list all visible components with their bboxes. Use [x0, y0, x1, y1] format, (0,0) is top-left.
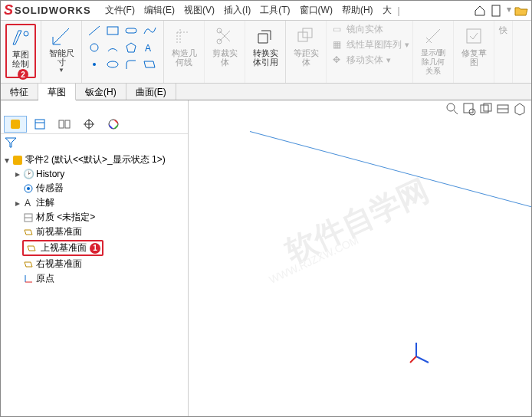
ellipse-icon[interactable]	[105, 57, 120, 71]
slot-icon[interactable]	[123, 24, 139, 38]
plane-edge	[250, 131, 532, 211]
svg-point-1	[24, 31, 28, 36]
svg-line-40	[410, 356, 416, 363]
menu-window[interactable]: 窗口(W)	[295, 2, 337, 18]
home-icon[interactable]	[473, 4, 487, 18]
mirror-icon: ▭	[330, 22, 343, 36]
graphics-area[interactable]: 软件自学网 WWW.RJZXW.COM	[189, 100, 531, 417]
config-tab[interactable]	[53, 116, 76, 133]
origin-label: 原点	[36, 272, 54, 285]
smart-dim-button[interactable]: 智能尺寸 ▼	[46, 24, 77, 75]
badge-1: 1	[90, 243, 100, 254]
tree-history[interactable]: ▸🕑History	[2, 167, 186, 181]
offset-icon	[295, 25, 317, 47]
text-icon[interactable]: A	[142, 41, 157, 54]
offset-button: 等距实体	[291, 24, 321, 68]
open-icon[interactable]	[514, 4, 528, 18]
appearance-tab[interactable]	[102, 116, 125, 133]
annot-label: 注解	[36, 196, 54, 209]
svg-rect-32	[464, 103, 473, 113]
menu-insert[interactable]: 插入(I)	[219, 2, 255, 18]
convert-button[interactable]: 转换实体引用	[250, 24, 281, 68]
ref-geom-label: 构造几何线	[170, 48, 198, 67]
circle-icon[interactable]	[87, 41, 102, 54]
top-label: 上视基准面	[39, 241, 88, 254]
trim-label: 剪裁实体	[211, 48, 238, 67]
plane-icon	[25, 242, 38, 254]
material-icon	[22, 212, 34, 224]
fillet-icon[interactable]	[123, 57, 139, 71]
svg-text:A: A	[145, 43, 151, 54]
material-label: 材质 <未指定>	[36, 211, 95, 224]
point-icon[interactable]	[87, 57, 102, 71]
relations-button: 显示/删除几何关系	[418, 24, 448, 77]
polygon-icon[interactable]	[123, 41, 139, 54]
new-doc-icon[interactable]	[490, 4, 504, 18]
menu-file[interactable]: 文件(F)	[100, 2, 140, 18]
menu-help[interactable]: 帮助(H)	[337, 2, 378, 18]
spline-icon[interactable]	[142, 24, 157, 38]
watermark: 软件自学网	[279, 169, 436, 272]
sensor-label: 传感器	[36, 182, 64, 195]
tab-surface[interactable]: 曲面(E)	[126, 84, 176, 100]
repair-label: 修复草图	[460, 48, 488, 67]
pattern-label: 线性草图阵列	[346, 38, 402, 51]
convert-icon	[255, 25, 276, 47]
tab-feature[interactable]: 特征	[1, 84, 38, 100]
part-icon	[11, 154, 24, 166]
dimexpert-tab[interactable]	[77, 116, 100, 133]
menu-view[interactable]: 视图(V)	[179, 2, 219, 18]
rect-icon[interactable]	[105, 24, 120, 38]
menu-tools[interactable]: 工具(T)	[255, 2, 294, 18]
badge-2: 2	[18, 69, 28, 80]
tree-front-plane[interactable]: 前视基准面	[2, 225, 186, 239]
svg-rect-2	[107, 27, 118, 34]
tab-sketch[interactable]: 草图	[38, 84, 76, 100]
tree-sensors[interactable]: 传感器	[2, 181, 186, 195]
zoom-fit-icon[interactable]	[445, 102, 459, 116]
ref-geom-button: 构造几何线	[169, 24, 199, 68]
trim-button: 剪裁实体	[209, 24, 240, 68]
tree-material[interactable]: 材质 <未指定>	[2, 210, 186, 225]
convert-label: 转换实体引用	[251, 48, 279, 67]
root-label: 零件2 (默认<<默认>_显示状态 1>)	[25, 153, 166, 166]
move-label: 移动实体	[346, 54, 383, 67]
svg-line-39	[416, 356, 429, 363]
tree-root[interactable]: ▾零件2 (默认<<默认>_显示状态 1>)	[2, 153, 186, 167]
view-orient-icon[interactable]	[513, 102, 527, 116]
tree-top-plane[interactable]: 上视基准面 1	[2, 239, 186, 257]
svg-point-30	[447, 103, 455, 111]
svg-line-31	[454, 110, 458, 114]
menu-search-toggle[interactable]: 大	[378, 2, 396, 18]
plane-icon	[22, 226, 34, 238]
tree-annotations[interactable]: ▸A注解	[2, 195, 186, 210]
svg-rect-0	[492, 5, 500, 16]
repair-icon	[463, 25, 484, 47]
sep: ▾	[507, 4, 511, 18]
property-tab[interactable]	[28, 116, 51, 133]
trim-icon	[214, 25, 235, 47]
zoom-area-icon[interactable]	[462, 102, 476, 116]
sketch-button[interactable]: 草图绘制 ▼ 2	[5, 24, 36, 78]
filter-icon[interactable]	[4, 136, 18, 149]
mirror-button: ▭镜向实体	[330, 22, 409, 36]
tab-sheetmetal[interactable]: 钣金(H)	[76, 84, 126, 100]
line-icon[interactable]	[87, 24, 102, 38]
menu-edit[interactable]: 编辑(E)	[140, 2, 179, 18]
front-label: 前视基准面	[36, 225, 82, 238]
prev-view-icon[interactable]	[479, 102, 493, 116]
sketch-icon	[10, 27, 31, 48]
arc-icon[interactable]	[105, 41, 120, 54]
tree-right-plane[interactable]: 右视基准面	[2, 257, 186, 271]
svg-rect-12	[467, 29, 481, 43]
history-label: History	[36, 169, 64, 179]
tree-origin[interactable]: 原点	[2, 271, 186, 286]
plane-icon	[22, 258, 34, 271]
svg-text:A: A	[25, 198, 31, 208]
dropdown-icon: ▼	[58, 67, 64, 74]
plane-icon[interactable]	[142, 57, 157, 71]
svg-point-6	[93, 63, 96, 66]
feature-tree-tab[interactable]	[4, 116, 27, 133]
quick-label: 快	[499, 25, 507, 34]
section-icon[interactable]	[496, 102, 510, 116]
